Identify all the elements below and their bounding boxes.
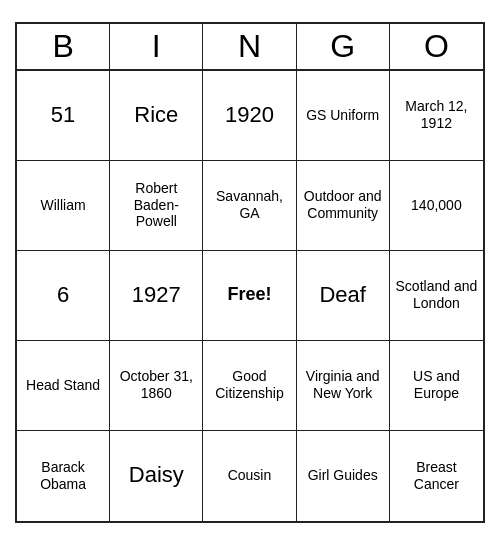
- bingo-cell: 1927: [110, 251, 203, 341]
- bingo-cell: Robert Baden-Powell: [110, 161, 203, 251]
- bingo-cell: 1920: [203, 71, 296, 161]
- bingo-cell: Girl Guides: [297, 431, 390, 521]
- bingo-cell: 140,000: [390, 161, 483, 251]
- bingo-cell: William: [17, 161, 110, 251]
- bingo-cell: Cousin: [203, 431, 296, 521]
- bingo-cell: Head Stand: [17, 341, 110, 431]
- bingo-cell: US and Europe: [390, 341, 483, 431]
- bingo-cell: Scotland and London: [390, 251, 483, 341]
- bingo-card: BINGO 51Rice1920GS UniformMarch 12, 1912…: [15, 22, 485, 523]
- bingo-cell: Savannah, GA: [203, 161, 296, 251]
- bingo-cell: Good Citizenship: [203, 341, 296, 431]
- header-letter: B: [17, 24, 110, 69]
- header-letter: G: [297, 24, 390, 69]
- bingo-cell: Free!: [203, 251, 296, 341]
- bingo-cell: March 12, 1912: [390, 71, 483, 161]
- bingo-cell: October 31, 1860: [110, 341, 203, 431]
- bingo-cell: GS Uniform: [297, 71, 390, 161]
- bingo-cell: Barack Obama: [17, 431, 110, 521]
- bingo-cell: 6: [17, 251, 110, 341]
- header-letter: I: [110, 24, 203, 69]
- bingo-cell: Outdoor and Community: [297, 161, 390, 251]
- bingo-cell: Virginia and New York: [297, 341, 390, 431]
- bingo-cell: 51: [17, 71, 110, 161]
- bingo-cell: Rice: [110, 71, 203, 161]
- header-letter: O: [390, 24, 483, 69]
- bingo-cell: Daisy: [110, 431, 203, 521]
- header-letter: N: [203, 24, 296, 69]
- bingo-cell: Breast Cancer: [390, 431, 483, 521]
- bingo-grid: 51Rice1920GS UniformMarch 12, 1912Willia…: [17, 71, 483, 521]
- bingo-header: BINGO: [17, 24, 483, 71]
- bingo-cell: Deaf: [297, 251, 390, 341]
